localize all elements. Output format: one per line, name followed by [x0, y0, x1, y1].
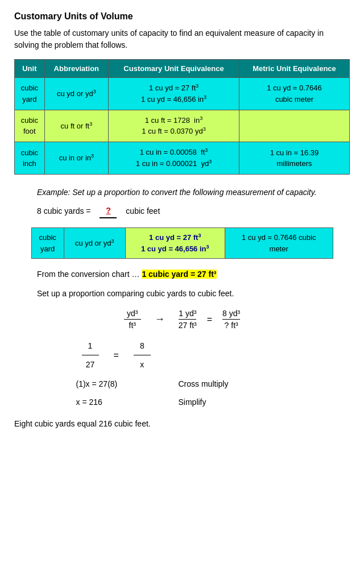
- unit-cell: cubicyard: [15, 78, 45, 110]
- abbrev-cell: cu in or in3: [44, 142, 108, 175]
- abbrev-cell: cu yd or yd3: [44, 78, 108, 110]
- step-2-expr: x = 216: [76, 394, 156, 410]
- customary-cell: 1 cu ft = 1728 in3 1 cu ft = 0.0370 yd3: [109, 110, 239, 142]
- alg-frac-2-den: x: [140, 355, 144, 372]
- prop-frac-2-den: ? ft³: [225, 320, 238, 330]
- prop-frac-2-num: 8 yd³: [222, 309, 240, 320]
- col-header-customary: Customary Unit Equivalence: [109, 60, 239, 78]
- mini-unit-cell: cubicyard: [31, 227, 64, 259]
- alg-frac-1-den: 27: [86, 355, 95, 372]
- answer-blank: ?: [100, 204, 117, 218]
- col-header-unit: Unit: [15, 60, 45, 78]
- prop-frac-2: 8 yd³ ? ft³: [222, 309, 240, 330]
- unit-frac-den: ft³: [129, 320, 136, 330]
- prop-frac-1-den: 27 ft³: [179, 320, 197, 330]
- mini-customary-cell: 1 cu yd = 27 ft3 1 cu yd = 46,656 in3: [125, 227, 225, 259]
- algebra-block: 1 27 = 8 x (1)x = 27(8) Cross multiply x…: [65, 338, 300, 410]
- prop-frac-1: 1 yd³ 27 ft³: [179, 309, 197, 330]
- customary-cell: 1 cu yd = 27 ft3 1 cu yd = 46,656 in3: [109, 78, 239, 110]
- alg-frac-1: 1 27: [82, 338, 99, 372]
- example-section: Example: Set up a proportion to convert …: [37, 186, 350, 218]
- unit-frac-num: yd³: [124, 309, 141, 320]
- customary-cell: 1 cu in = 0.00058 ft3 1 cu in = 0.000021…: [109, 142, 239, 175]
- step-1-expr: (1)x = 27(8): [76, 376, 156, 392]
- metric-cell: 1 cu in = 16.39millimeters: [239, 142, 349, 175]
- problem-text: 8 cubic yards =: [37, 205, 91, 217]
- alg-frac-2: 8 x: [134, 338, 151, 372]
- conversion-table: Unit Abbreviation Customary Unit Equival…: [14, 59, 350, 175]
- step-2: x = 216 Simplify: [76, 394, 300, 410]
- example-label: Example: [37, 188, 68, 197]
- abbrev-cell: cu ft or ft3: [44, 110, 108, 142]
- page-title: Customary Units of Volume: [14, 11, 350, 22]
- col-header-abbrev: Abbreviation: [44, 60, 108, 78]
- mini-abbrev-cell: cu yd or yd3: [64, 227, 125, 259]
- example-desc: Set up a proportion to convert the follo…: [72, 188, 316, 197]
- alg-frac-2-num: 8: [134, 338, 151, 355]
- proportion-display: yd³ ft³ → 1 yd³ 27 ft³ = 8 yd³ ? ft³: [14, 309, 350, 330]
- table-row: cubicfoot cu ft or ft3 1 cu ft = 1728 in…: [15, 110, 350, 142]
- step-1-label: Cross multiply: [179, 376, 229, 392]
- problem-end: cubic feet: [126, 205, 160, 217]
- problem-statement: 8 cubic yards = ? cubic feet: [37, 204, 350, 218]
- from-chart-label: From the conversion chart …: [37, 270, 140, 279]
- question-mark: ?: [106, 206, 111, 215]
- intro-text: Use the table of customary units of capa…: [14, 27, 350, 51]
- metric-cell: [239, 110, 349, 142]
- step-1: (1)x = 27(8) Cross multiply: [76, 376, 300, 392]
- step-2-label: Simplify: [179, 394, 206, 410]
- prop-frac-1-num: 1 yd³: [179, 309, 196, 320]
- alg-equals: =: [114, 346, 119, 365]
- mini-metric-cell: 1 cu yd = 0.7646 cubicmeter: [225, 227, 333, 259]
- example-header: Example: Set up a proportion to convert …: [37, 186, 350, 198]
- col-header-metric: Metric Unit Equivalence: [239, 60, 349, 78]
- table-row: cubicyard cu yd or yd3 1 cu yd = 27 ft3 …: [15, 78, 350, 110]
- unit-cell: cubicinch: [15, 142, 45, 175]
- unit-cell: cubicfoot: [15, 110, 45, 142]
- highlight-formula: 1 cubic yard = 27 ft³: [142, 270, 216, 279]
- unit-fraction: yd³ ft³: [124, 309, 141, 330]
- mini-table-row: cubicyard cu yd or yd3 1 cu yd = 27 ft3 …: [31, 227, 333, 259]
- conclusion-text: Eight cubic yards equal 216 cubic feet.: [14, 419, 350, 428]
- arrow-icon: →: [155, 313, 165, 325]
- metric-cell: 1 cu yd = 0.7646cubic meter: [239, 78, 349, 110]
- from-chart-text: From the conversion chart … 1 cubic yard…: [37, 268, 350, 281]
- alg-frac-1-num: 1: [82, 338, 99, 355]
- table-header-row: Unit Abbreviation Customary Unit Equival…: [15, 60, 350, 78]
- equals-sign: =: [207, 314, 212, 325]
- mini-conversion-table: cubicyard cu yd or yd3 1 cu yd = 27 ft3 …: [31, 227, 333, 259]
- table-row: cubicinch cu in or in3 1 cu in = 0.00058…: [15, 142, 350, 175]
- setup-label: Set up a proportion comparing cubic yard…: [37, 287, 350, 301]
